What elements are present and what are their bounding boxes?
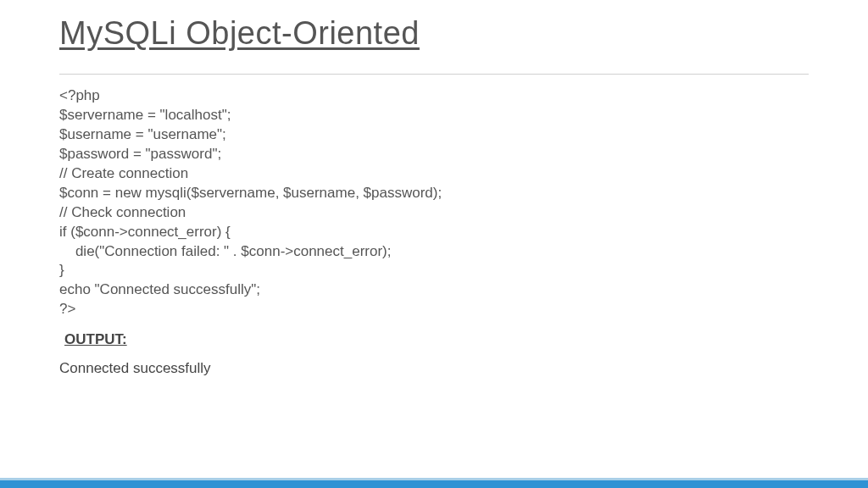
output-label: OUTPUT: [64, 331, 809, 348]
page-title: MySQLi Object-Oriented [59, 15, 809, 52]
footer-accent-bar [0, 478, 868, 488]
code-block: <?php $servername = "localhost"; $userna… [59, 86, 483, 319]
slide-content: MySQLi Object-Oriented <?php $servername… [0, 0, 868, 377]
output-text: Connected successfully [59, 360, 809, 377]
divider [59, 74, 809, 75]
